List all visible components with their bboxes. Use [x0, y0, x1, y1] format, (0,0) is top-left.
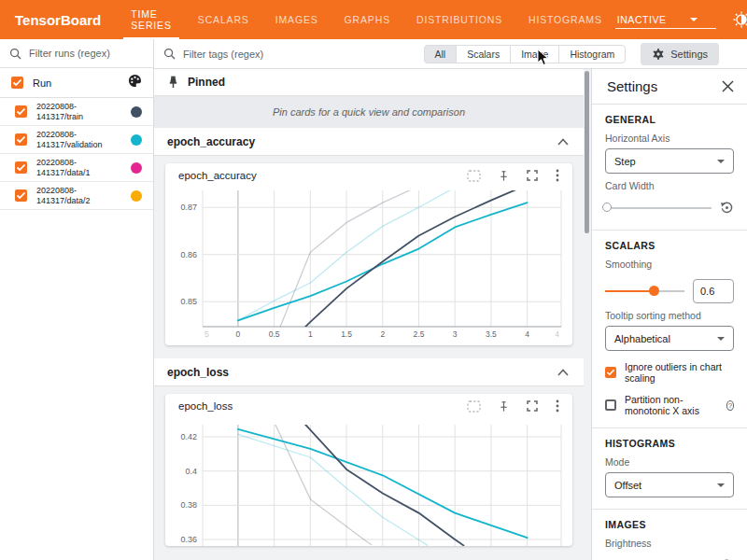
run-color-dot	[131, 162, 142, 174]
run-master-label: Run	[33, 77, 51, 89]
status-text: INACTIVE	[617, 14, 667, 25]
app-header: TensorBoard TIME SERIES SCALARS IMAGES G…	[0, 0, 747, 39]
app-logo: TensorBoard	[0, 0, 118, 39]
run-name: 20220808-141317/validation	[36, 130, 103, 150]
chip-histogram[interactable]: Histogram	[558, 45, 626, 63]
svg-text:0: 0	[236, 329, 241, 339]
chevron-down-icon	[717, 160, 725, 163]
chip-scalars[interactable]: Scalars	[456, 45, 511, 63]
chevron-up-icon[interactable]	[557, 138, 569, 146]
tags-toolbar: All Scalars Image Histogram Settings	[154, 39, 747, 69]
ignore-outliers-checkbox[interactable]	[605, 367, 616, 378]
settings-button[interactable]: Settings	[641, 43, 719, 65]
svg-text:5: 5	[204, 329, 209, 339]
settings-title: Settings	[607, 78, 657, 94]
tab-graphs[interactable]: GRAPHS	[331, 0, 403, 39]
run-color-dot	[131, 190, 142, 202]
tab-scalars[interactable]: SCALARS	[185, 0, 262, 39]
chart-line-20220808-141317-train-original-	[279, 189, 412, 329]
search-icon	[163, 48, 176, 60]
partition-x-axis-checkbox[interactable]	[605, 399, 616, 411]
run-color-dot	[131, 134, 142, 146]
pin-icon	[167, 76, 179, 89]
chevron-down-icon	[717, 337, 725, 341]
histograms-heading: HISTOGRAMS	[605, 438, 734, 449]
pin-icon[interactable]	[499, 400, 509, 413]
reload-status-dropdown[interactable]: INACTIVE	[615, 11, 716, 29]
selection-box-icon[interactable]	[467, 170, 481, 182]
chevron-up-icon[interactable]	[557, 369, 569, 376]
svg-text:0.38: 0.38	[180, 500, 197, 510]
run-row[interactable]: 20220808-141317/data/1	[0, 154, 153, 182]
help-icon[interactable]: ?	[726, 400, 734, 411]
run-checkbox[interactable]	[15, 105, 27, 118]
palette-icon[interactable]	[128, 74, 142, 91]
smoothing-slider[interactable]	[605, 290, 684, 292]
run-color-dot	[131, 106, 142, 118]
chevron-down-icon	[717, 483, 725, 487]
svg-text:3: 3	[453, 329, 458, 339]
selection-box-icon[interactable]	[467, 400, 481, 413]
filter-runs-input[interactable]	[29, 48, 136, 59]
run-name: 20220808-141317/data/2	[36, 186, 91, 206]
run-name: 20220808-141317/train	[36, 102, 83, 122]
pin-icon[interactable]	[499, 170, 509, 182]
svg-text:3.5: 3.5	[486, 329, 497, 339]
run-row[interactable]: 20220808-141317/validation	[0, 126, 153, 154]
general-heading: GENERAL	[605, 114, 734, 125]
chart-line-20220808-141317-train-smoothed-	[303, 189, 516, 329]
tab-images[interactable]: IMAGES	[262, 0, 331, 39]
tooltip-sorting-select[interactable]: Alphabetical	[605, 326, 734, 351]
svg-text:0.85: 0.85	[180, 297, 197, 306]
fullscreen-icon[interactable]	[527, 400, 538, 412]
tab-time-series[interactable]: TIME SERIES	[118, 0, 185, 39]
card-width-slider[interactable]	[605, 207, 712, 209]
theme-toggle-icon[interactable]	[732, 10, 747, 29]
horizontal-axis-select[interactable]: Step	[605, 148, 734, 174]
svg-text:2: 2	[380, 329, 385, 339]
epoch-loss-chart[interactable]: 0.360.380.40.42	[165, 425, 572, 546]
svg-text:0.86: 0.86	[180, 250, 197, 259]
run-checkbox[interactable]	[15, 133, 27, 146]
svg-text:4: 4	[525, 329, 529, 339]
images-heading: IMAGES	[605, 519, 734, 530]
card-epoch-loss: epoch_loss 0.360.380.40.42	[165, 394, 572, 546]
section-epoch-accuracy[interactable]: epoch_accuracy	[154, 128, 584, 156]
run-row[interactable]: 20220808-141317/train	[0, 98, 153, 126]
run-checkbox[interactable]	[15, 189, 27, 202]
reset-icon[interactable]	[720, 201, 734, 215]
run-master-checkbox[interactable]	[11, 77, 23, 89]
chart-line-20220808-141317-validation-original-	[238, 434, 428, 545]
run-name: 20220808-141317/data/1	[36, 158, 91, 178]
smoothing-value-input[interactable]	[693, 279, 734, 303]
card-title: epoch_accuracy	[178, 170, 257, 181]
histogram-mode-select[interactable]: Offset	[605, 472, 734, 497]
more-menu-icon[interactable]	[556, 169, 559, 182]
settings-scalars-section: SCALARS Smoothing Tooltip sorting method…	[592, 231, 747, 428]
chip-image[interactable]: Image	[510, 45, 559, 63]
section-epoch-loss[interactable]: epoch_loss	[154, 358, 584, 386]
run-row[interactable]: 20220808-141317/data/2	[0, 182, 153, 210]
run-checkbox[interactable]	[15, 161, 27, 174]
svg-text:4: 4	[555, 329, 559, 339]
chip-all[interactable]: All	[424, 45, 458, 63]
close-icon[interactable]	[722, 80, 734, 92]
filter-tags-input[interactable]	[183, 49, 424, 60]
settings-histograms-section: HISTOGRAMS Mode Offset	[592, 428, 747, 510]
more-menu-icon[interactable]	[556, 399, 559, 413]
svg-text:0.5: 0.5	[269, 329, 280, 339]
fullscreen-icon[interactable]	[527, 170, 538, 181]
tab-histograms[interactable]: HISTOGRAMS	[515, 0, 615, 39]
chart-line-20220808-141317-train-smoothed-	[301, 425, 464, 545]
gear-icon	[652, 48, 665, 61]
svg-text:1: 1	[308, 329, 313, 339]
svg-text:0.4: 0.4	[185, 467, 197, 476]
tag-filter-chips: All Scalars Image Histogram	[424, 45, 627, 63]
svg-text:2.5: 2.5	[414, 329, 425, 339]
epoch-accuracy-chart[interactable]: 00.511.522.533.540.850.860.8754	[165, 185, 572, 345]
tab-distributions[interactable]: DISTRIBUTIONS	[403, 0, 515, 39]
cards-scroll-area: Pinned Pin cards for a quick view and co…	[154, 69, 584, 560]
pinned-title: Pinned	[188, 76, 225, 89]
scrollbar-thumb[interactable]	[585, 71, 589, 233]
runs-sidebar: Run 20220808-141317/train20220808-141317…	[0, 39, 154, 560]
